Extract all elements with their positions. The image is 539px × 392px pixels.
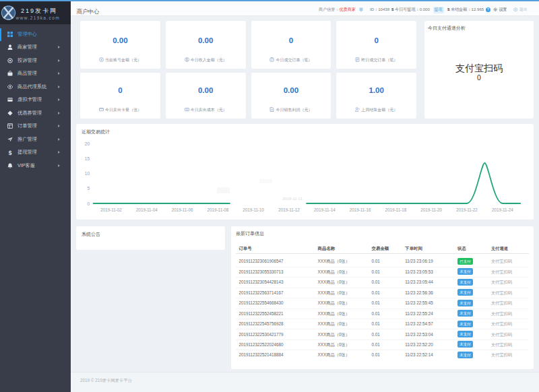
svg-text:2019-11-18: 2019-11-18	[385, 207, 407, 212]
svg-text:2019-11-04: 2019-11-04	[136, 207, 158, 212]
svg-text:2019-11-11: 2019-11-11	[282, 197, 303, 201]
svg-text:2019-11-08: 2019-11-08	[208, 207, 229, 212]
svg-text:2019-11-12: 2019-11-12	[278, 207, 300, 212]
svg-text:2019-11-10: 2019-11-10	[243, 207, 264, 212]
svg-text:2019-11-14: 2019-11-14	[314, 207, 336, 212]
svg-text:10: 10	[85, 171, 90, 176]
svg-text:2019-11-20: 2019-11-20	[420, 207, 442, 212]
svg-text:20: 20	[85, 141, 90, 146]
svg-text:2019-11-22: 2019-11-22	[456, 207, 478, 212]
svg-text:15: 15	[85, 156, 90, 161]
svg-text:2019-11-24: 2019-11-24	[492, 207, 513, 212]
svg-text:2019-11-06: 2019-11-06	[172, 207, 193, 212]
svg-text:5: 5	[87, 186, 90, 191]
svg-text:2019-11-02: 2019-11-02	[100, 207, 122, 212]
svg-text:2019-11-16: 2019-11-16	[350, 207, 371, 212]
svg-text:0: 0	[87, 201, 90, 206]
